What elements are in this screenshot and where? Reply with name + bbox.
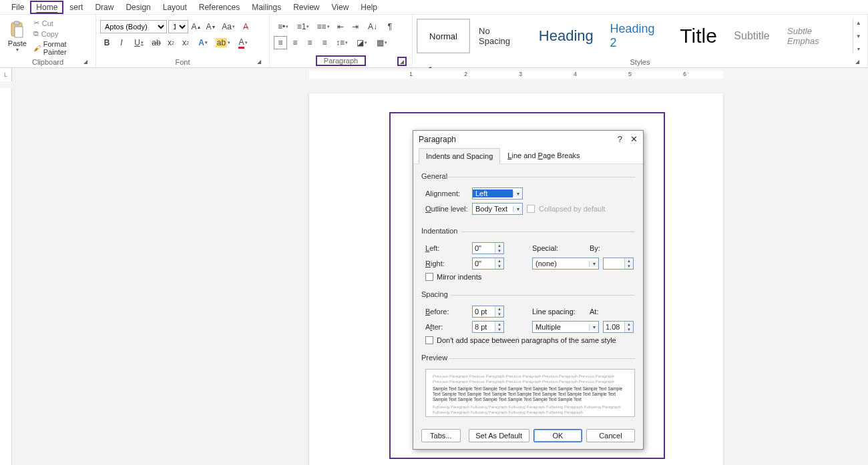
clipboard-title: Clipboard (32, 58, 63, 66)
close-button[interactable]: ✕ (630, 134, 638, 144)
font-name-select[interactable]: Aptos (Body) (100, 20, 167, 33)
cut-button[interactable]: ✂Cut (33, 19, 91, 27)
highlight-button[interactable]: ab▾ (214, 36, 232, 49)
font-color-button[interactable]: A▾ (234, 36, 252, 49)
line-spacing-button[interactable]: ↕≡▾ (333, 36, 351, 49)
menu-insert[interactable]: sert (63, 1, 89, 14)
ruler-6: 6 (683, 71, 686, 77)
clear-format-button[interactable]: A̶ (239, 20, 252, 33)
left-indent-spinner[interactable]: 0"▲▼ (472, 242, 504, 254)
font-title: Font (175, 58, 190, 66)
mirror-checkbox[interactable] (425, 273, 433, 281)
ruler-4: 4 (574, 71, 577, 77)
help-button[interactable]: ? (618, 134, 622, 144)
increase-indent-button[interactable]: ⇥ (349, 20, 362, 33)
tab-indents-spacing[interactable]: Indents and Spacing (419, 148, 500, 164)
styles-launcher[interactable]: ◢ (853, 57, 862, 66)
menu-design[interactable]: Design (120, 1, 156, 14)
align-left-button[interactable]: ≡ (274, 36, 287, 49)
alignment-label: Alignment: (425, 189, 468, 197)
ruler-5: 5 (628, 71, 632, 77)
section-indentation: Indentation (421, 227, 635, 235)
underline-button[interactable]: U▾ (130, 36, 148, 49)
cancel-button[interactable]: Cancel (586, 429, 635, 442)
menu-references[interactable]: References (193, 1, 246, 14)
paragraph-dialog: Paragraph ? ✕ Indents and Spacing Line a… (413, 130, 644, 450)
tabs-button[interactable]: Tabs... (421, 429, 461, 442)
font-launcher[interactable]: ◢ (254, 57, 264, 66)
multilevel-button[interactable]: ≡≡▾ (314, 20, 333, 33)
mirror-label: Mirror indents (437, 273, 481, 281)
shading-button[interactable]: ◪▾ (353, 36, 371, 49)
paragraph-title: Paragraph (316, 55, 366, 66)
group-clipboard: Paste ▼ ✂Cut ⧉Copy 🖌Format Painter Clipb… (0, 15, 96, 67)
svg-rect-1 (14, 21, 19, 25)
after-spinner[interactable]: 8 pt▲▼ (472, 321, 504, 333)
styles-gallery[interactable]: Normal No Spacing Heading Heading 2 Titl… (417, 17, 863, 55)
italic-button[interactable]: I (115, 36, 128, 49)
numbering-button[interactable]: ≡1▾ (294, 20, 312, 33)
change-case-button[interactable]: Aa▾ (219, 20, 238, 33)
menu-layout[interactable]: Layout (157, 1, 193, 14)
menu-help[interactable]: Help (355, 1, 383, 14)
outline-combo[interactable]: Body Text▾ (472, 203, 523, 215)
style-heading2[interactable]: Heading 2 (602, 19, 672, 53)
line-spacing-combo[interactable]: Multiple▾ (532, 321, 599, 333)
ruler-1: 1 (409, 71, 413, 77)
style-emphasis[interactable]: Subtle Emphas (779, 19, 853, 53)
ok-button[interactable]: OK (533, 429, 582, 442)
menu-bar: File Home sert Draw Design Layout Refere… (0, 0, 868, 15)
superscript-button[interactable]: x2 (179, 36, 192, 49)
section-spacing: Spacing (421, 290, 635, 298)
sort-button[interactable]: A↓ (363, 20, 382, 33)
style-title[interactable]: Title (672, 19, 725, 53)
at-spinner[interactable]: 1.08▲▼ (603, 321, 634, 333)
align-right-button[interactable]: ≡ (303, 36, 316, 49)
paragraph-launcher[interactable]: ◢ (397, 57, 407, 66)
section-general: General (421, 172, 635, 180)
style-normal[interactable]: Normal (417, 19, 470, 53)
shrink-font-button[interactable]: A▼ (204, 20, 218, 33)
subscript-button[interactable]: x2 (164, 36, 178, 49)
paste-icon (9, 20, 26, 39)
horizontal-ruler[interactable]: L 1 2 3 4 5 6 (0, 68, 868, 81)
borders-button[interactable]: ▦▾ (373, 36, 391, 49)
collapsed-checkbox (527, 205, 535, 213)
menu-mailings[interactable]: Mailings (246, 1, 287, 14)
style-subtitle[interactable]: Subtitle (725, 19, 779, 53)
copy-button[interactable]: ⧉Copy (33, 29, 91, 38)
style-heading1[interactable]: Heading (531, 19, 601, 53)
no-space-checkbox[interactable] (425, 336, 433, 344)
menu-file[interactable]: File (5, 1, 30, 14)
alignment-combo[interactable]: Left▾ (472, 187, 523, 199)
show-marks-button[interactable]: ¶ (383, 20, 397, 33)
text-effects-button[interactable]: A▾ (194, 36, 212, 49)
style-no-spacing[interactable]: No Spacing (470, 19, 531, 53)
grow-font-button[interactable]: A▲ (190, 20, 203, 33)
vertical-ruler[interactable] (0, 88, 12, 465)
dialog-titlebar: Paragraph ? ✕ (413, 131, 643, 147)
clipboard-launcher[interactable]: ◢ (81, 57, 90, 66)
decrease-indent-button[interactable]: ⇤ (334, 20, 347, 33)
menu-review[interactable]: Review (287, 1, 325, 14)
paste-button[interactable]: Paste ▼ (4, 20, 31, 52)
font-size-select[interactable]: 11 (168, 20, 188, 33)
styles-scroll[interactable]: ▲▼▾ (853, 19, 863, 53)
group-font: Aptos (Body) 11 A▲ A▼ Aa▾ A̶ B I U▾ ab x… (96, 15, 270, 67)
justify-button[interactable]: ≡ (318, 36, 331, 49)
menu-draw[interactable]: Draw (89, 1, 120, 14)
right-indent-spinner[interactable]: 0"▲▼ (472, 258, 504, 270)
special-combo[interactable]: (none)▾ (532, 258, 599, 270)
set-default-button[interactable]: Set As Default (469, 429, 529, 442)
align-center-button[interactable]: ≡ (288, 36, 302, 49)
format-painter-button[interactable]: 🖌Format Painter (33, 40, 91, 56)
by-spinner[interactable]: ▲▼ (603, 258, 634, 270)
menu-home[interactable]: Home (30, 1, 63, 14)
before-spinner[interactable]: 0 pt▲▼ (472, 306, 504, 318)
menu-view[interactable]: View (326, 1, 355, 14)
strike-button[interactable]: ab (150, 36, 163, 49)
dialog-title: Paragraph (419, 135, 456, 144)
tab-line-breaks[interactable]: Line and Page Breaks (500, 147, 587, 163)
bold-button[interactable]: B (100, 36, 114, 49)
bullets-button[interactable]: ≡•▾ (274, 20, 292, 33)
